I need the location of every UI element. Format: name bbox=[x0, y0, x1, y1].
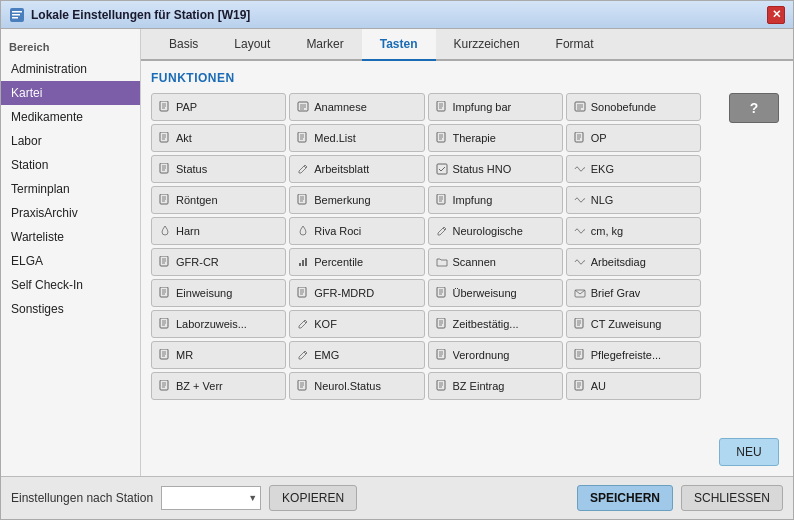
edit-icon bbox=[296, 162, 310, 176]
func-btn-laborzuweis[interactable]: Laborzuweis... bbox=[151, 310, 286, 338]
func-btn-pap[interactable]: PAP bbox=[151, 93, 286, 121]
func-btn-überweisung[interactable]: Überweisung bbox=[428, 279, 563, 307]
func-btn-bz_eintrag[interactable]: BZ Eintrag bbox=[428, 372, 563, 400]
func-label: Status bbox=[176, 163, 207, 175]
sidebar-item-kartei[interactable]: Kartei bbox=[1, 81, 140, 105]
tab-marker[interactable]: Marker bbox=[288, 29, 361, 61]
doc-icon bbox=[435, 286, 449, 300]
tab-bar: BasisLayoutMarkerTastenKurzzeichenFormat bbox=[141, 29, 793, 61]
func-label: MR bbox=[176, 349, 193, 361]
func-label: EMG bbox=[314, 349, 339, 361]
func-label: Arbeitsblatt bbox=[314, 163, 369, 175]
station-select[interactable] bbox=[161, 486, 261, 510]
func-label: BZ Eintrag bbox=[453, 380, 505, 392]
func-btn-verordnung[interactable]: Verordnung bbox=[428, 341, 563, 369]
help-button[interactable]: ? bbox=[729, 93, 779, 123]
doc-icon bbox=[158, 286, 172, 300]
func-btn-neurolstatus[interactable]: Neurol.Status bbox=[289, 372, 424, 400]
functions-scroll[interactable]: PAPAnamneseImpfung barSonobefundeAktMed.… bbox=[151, 93, 703, 466]
func-label: Überweisung bbox=[453, 287, 517, 299]
tab-tasten[interactable]: Tasten bbox=[362, 29, 436, 61]
kopieren-button[interactable]: KOPIEREN bbox=[269, 485, 357, 511]
func-btn-röntgen[interactable]: Röntgen bbox=[151, 186, 286, 214]
func-btn-neurologische[interactable]: Neurologische bbox=[428, 217, 563, 245]
tab-kurzzeichen[interactable]: Kurzzeichen bbox=[436, 29, 538, 61]
doc-icon bbox=[296, 193, 310, 207]
func-label: Bemerkung bbox=[314, 194, 370, 206]
close-button[interactable]: ✕ bbox=[767, 6, 785, 24]
func-label: Röntgen bbox=[176, 194, 218, 206]
func-btn-brief_grav[interactable]: Brief Grav bbox=[566, 279, 701, 307]
svg-rect-59 bbox=[299, 263, 301, 266]
sidebar-item-warteliste[interactable]: Warteliste bbox=[1, 225, 140, 249]
new-button[interactable]: NEU bbox=[719, 438, 779, 466]
func-btn-percentile[interactable]: Percentile bbox=[289, 248, 424, 276]
app-icon bbox=[9, 7, 25, 23]
wave-icon bbox=[573, 255, 587, 269]
func-label: Percentile bbox=[314, 256, 363, 268]
func-btn-zeitbestätig[interactable]: Zeitbestätig... bbox=[428, 310, 563, 338]
mail-icon bbox=[573, 286, 587, 300]
doc-icon bbox=[435, 131, 449, 145]
wave-icon bbox=[573, 162, 587, 176]
func-btn-harn[interactable]: Harn bbox=[151, 217, 286, 245]
func-btn-anamnese[interactable]: Anamnese bbox=[289, 93, 424, 121]
func-label: Arbeitsdiag bbox=[591, 256, 646, 268]
func-btn-scannen[interactable]: Scannen bbox=[428, 248, 563, 276]
func-btn-bemerkung[interactable]: Bemerkung bbox=[289, 186, 424, 214]
schliessen-button[interactable]: SCHLIESSEN bbox=[681, 485, 783, 511]
func-btn-op[interactable]: OP bbox=[566, 124, 701, 152]
func-btn-medlist[interactable]: Med.List bbox=[289, 124, 424, 152]
doc-icon bbox=[158, 162, 172, 176]
func-btn-cm,_kg[interactable]: cm, kg bbox=[566, 217, 701, 245]
svg-rect-60 bbox=[302, 260, 304, 266]
func-btn-impfung_bar[interactable]: Impfung bar bbox=[428, 93, 563, 121]
doc-icon bbox=[435, 348, 449, 362]
func-btn-gfr-cr[interactable]: GFR-CR bbox=[151, 248, 286, 276]
tab-format[interactable]: Format bbox=[538, 29, 612, 61]
sidebar-item-self-check-in[interactable]: Self Check-In bbox=[1, 273, 140, 297]
func-btn-einweisung[interactable]: Einweisung bbox=[151, 279, 286, 307]
func-btn-nlg[interactable]: NLG bbox=[566, 186, 701, 214]
tab-basis[interactable]: Basis bbox=[151, 29, 216, 61]
func-label: Einweisung bbox=[176, 287, 232, 299]
tab-content: FUNKTIONEN PAPAnamneseImpfung barSonobef… bbox=[141, 61, 793, 476]
func-label: GFR-CR bbox=[176, 256, 219, 268]
func-btn-emg[interactable]: EMG bbox=[289, 341, 424, 369]
func-btn-arbeitsdiag[interactable]: Arbeitsdiag bbox=[566, 248, 701, 276]
func-btn-kof[interactable]: KOF bbox=[289, 310, 424, 338]
sidebar-item-medikamente[interactable]: Medikamente bbox=[1, 105, 140, 129]
func-label: Impfung bbox=[453, 194, 493, 206]
func-btn-ct_zuweisung[interactable]: CT Zuweisung bbox=[566, 310, 701, 338]
func-btn-impfung[interactable]: Impfung bbox=[428, 186, 563, 214]
svg-rect-3 bbox=[12, 17, 18, 19]
sidebar-item-sonstiges[interactable]: Sonstiges bbox=[1, 297, 140, 321]
func-label: Neurol.Status bbox=[314, 380, 381, 392]
func-btn-therapie[interactable]: Therapie bbox=[428, 124, 563, 152]
func-btn-mr[interactable]: MR bbox=[151, 341, 286, 369]
func-btn-ekg[interactable]: EKG bbox=[566, 155, 701, 183]
func-label: Status HNO bbox=[453, 163, 512, 175]
list-icon bbox=[296, 100, 310, 114]
func-btn-akt[interactable]: Akt bbox=[151, 124, 286, 152]
sidebar-item-elga[interactable]: ELGA bbox=[1, 249, 140, 273]
speichern-button[interactable]: SPEICHERN bbox=[577, 485, 673, 511]
func-btn-status_hno[interactable]: Status HNO bbox=[428, 155, 563, 183]
sidebar-item-labor[interactable]: Labor bbox=[1, 129, 140, 153]
func-btn-au[interactable]: AU bbox=[566, 372, 701, 400]
sidebar-item-praxisarchiv[interactable]: PraxisArchiv bbox=[1, 201, 140, 225]
functions-area: PAPAnamneseImpfung barSonobefundeAktMed.… bbox=[151, 93, 783, 466]
func-btn-bz_+_verr[interactable]: BZ + Verr bbox=[151, 372, 286, 400]
func-btn-sonobefunde[interactable]: Sonobefunde bbox=[566, 93, 701, 121]
tab-layout[interactable]: Layout bbox=[216, 29, 288, 61]
sidebar-item-station[interactable]: Station bbox=[1, 153, 140, 177]
func-btn-riva_roci[interactable]: Riva Roci bbox=[289, 217, 424, 245]
func-btn-pflegefreiste[interactable]: Pflegefreiste... bbox=[566, 341, 701, 369]
sidebar-item-terminplan[interactable]: Terminplan bbox=[1, 177, 140, 201]
bottom-bar: Einstellungen nach Station ▼ KOPIEREN SP… bbox=[1, 476, 793, 519]
func-btn-gfr-mdrd[interactable]: GFR-MDRD bbox=[289, 279, 424, 307]
sidebar-item-administration[interactable]: Administration bbox=[1, 57, 140, 81]
func-btn-status[interactable]: Status bbox=[151, 155, 286, 183]
func-label: Sonobefunde bbox=[591, 101, 656, 113]
func-btn-arbeitsblatt[interactable]: Arbeitsblatt bbox=[289, 155, 424, 183]
